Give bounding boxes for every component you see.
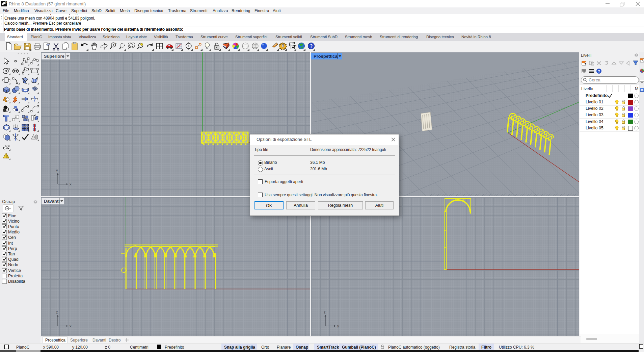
svg-text:z: z [56, 310, 58, 314]
svg-text:x: x [70, 324, 72, 328]
svg-text:8: 8 [5, 1, 7, 3]
svg-text:y: y [56, 168, 58, 172]
svg-text:y: y [337, 324, 339, 328]
svg-text:z: z [324, 310, 326, 314]
svg-text:Prospettica: Prospettica [314, 54, 338, 59]
svg-text:?: ? [310, 43, 313, 49]
svg-text:x: x [70, 182, 72, 186]
svg-text:Davanti: Davanti [44, 199, 60, 204]
svg-text:?: ? [598, 69, 600, 73]
svg-text:±: ± [115, 42, 117, 45]
svg-text:Superiore: Superiore [44, 54, 64, 59]
